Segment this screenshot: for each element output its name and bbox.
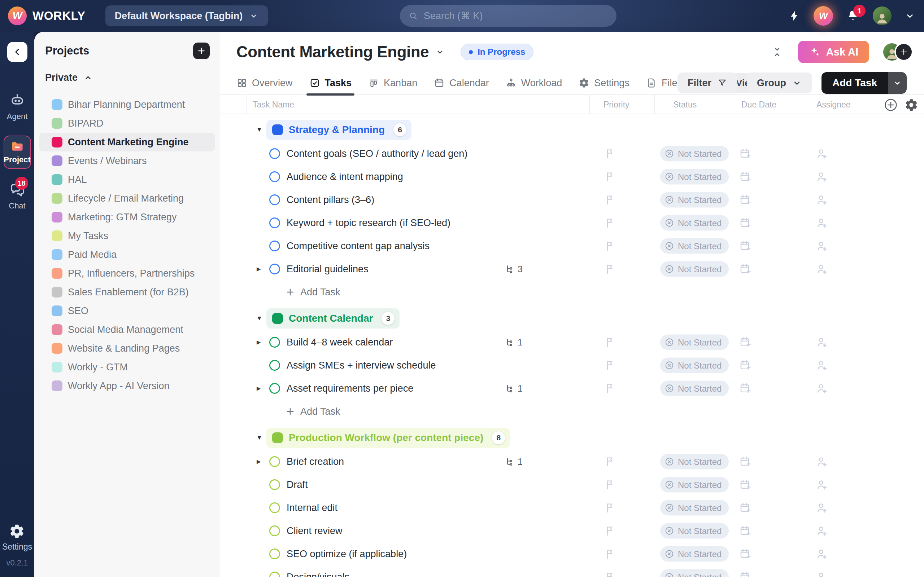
status-pill[interactable]: Not Started — [660, 454, 729, 469]
sidebar-item-project[interactable]: Lifecycle / Email Marketing — [39, 189, 215, 208]
assign-user-icon[interactable] — [816, 501, 828, 514]
priority-flag-icon[interactable] — [604, 217, 616, 229]
assign-user-icon[interactable] — [816, 217, 828, 229]
assign-user-icon[interactable] — [816, 193, 828, 206]
add-project-button[interactable] — [193, 43, 210, 59]
priority-flag-icon[interactable] — [604, 548, 616, 560]
priority-flag-icon[interactable] — [604, 502, 616, 514]
notifications-button[interactable]: 1 — [846, 9, 860, 23]
status-pill[interactable]: Not Started — [660, 146, 729, 161]
user-avatar[interactable] — [873, 6, 892, 25]
workly-assistant-button[interactable]: W — [814, 6, 833, 26]
rail-item-chat[interactable]: 18 Chat — [9, 181, 26, 211]
priority-flag-icon[interactable] — [604, 148, 616, 160]
sidebar-item-project[interactable]: Events / Webinars — [39, 152, 215, 170]
set-due-date-icon[interactable] — [739, 359, 751, 371]
sidebar-item-project[interactable]: Marketing: GTM Strategy — [39, 208, 215, 226]
add-task-button[interactable]: Add Task — [822, 72, 888, 94]
status-pill[interactable]: Not Started — [660, 523, 729, 539]
status-pill[interactable]: Not Started — [660, 358, 729, 373]
assign-user-icon[interactable] — [816, 336, 828, 348]
set-due-date-icon[interactable] — [739, 456, 751, 468]
priority-flag-icon[interactable] — [604, 194, 616, 206]
task-status-circle[interactable] — [269, 479, 280, 490]
tab-tasks[interactable]: Tasks — [309, 71, 352, 95]
tab-settings[interactable]: Settings — [578, 71, 630, 95]
status-pill[interactable]: Not Started — [660, 215, 729, 231]
task-status-circle[interactable] — [269, 525, 280, 536]
set-due-date-icon[interactable] — [739, 240, 751, 252]
task-status-circle[interactable] — [269, 240, 280, 251]
assign-user-icon[interactable] — [816, 571, 828, 577]
group-header[interactable]: Production Workflow (per content piece) … — [267, 428, 510, 448]
collapse-header-icon[interactable] — [771, 46, 783, 58]
group-collapse-icon[interactable]: ▼ — [256, 434, 262, 442]
status-pill[interactable]: Not Started — [660, 569, 729, 577]
set-due-date-icon[interactable] — [739, 525, 751, 537]
sidebar-item-project-selected[interactable]: Content Marketing Engine — [39, 133, 215, 152]
rail-item-project[interactable]: Project — [3, 135, 31, 169]
status-pill[interactable]: Not Started — [660, 239, 729, 254]
priority-flag-icon[interactable] — [604, 383, 616, 394]
search-input[interactable] — [424, 10, 608, 22]
task-row[interactable]: Design/visuals Not Started — [220, 566, 924, 577]
task-status-circle[interactable] — [269, 502, 280, 513]
expand-subtasks-icon[interactable]: ▶ — [257, 458, 261, 465]
global-search[interactable] — [400, 5, 617, 27]
app-logo[interactable]: W WORKLY — [8, 6, 86, 25]
task-status-circle[interactable] — [269, 148, 280, 159]
priority-flag-icon[interactable] — [604, 337, 616, 348]
add-column-icon[interactable] — [884, 98, 898, 112]
rail-item-agent[interactable]: Agent — [7, 92, 28, 121]
rail-item-settings[interactable]: Settings — [2, 523, 32, 552]
subtask-count[interactable]: 1 — [505, 384, 523, 394]
set-due-date-icon[interactable] — [739, 479, 751, 491]
task-row[interactable]: Content pillars (3–6) Not Started — [220, 188, 924, 211]
set-due-date-icon[interactable] — [739, 571, 751, 577]
add-member-button[interactable] — [894, 43, 913, 61]
task-status-circle[interactable] — [269, 572, 280, 577]
column-status[interactable]: Status — [673, 95, 696, 114]
tab-kanban[interactable]: Kanban — [368, 71, 417, 95]
ask-ai-button[interactable]: Ask AI — [798, 41, 869, 63]
sidebar-item-project[interactable]: Workly App - AI Version — [39, 377, 215, 395]
task-status-circle[interactable] — [269, 337, 280, 348]
title-chevron-icon[interactable] — [435, 47, 445, 56]
sidebar-item-project[interactable]: Paid Media — [39, 245, 215, 264]
group-header[interactable]: Content Calendar 3 — [267, 308, 399, 329]
task-status-circle[interactable] — [269, 264, 280, 274]
add-task-split-button[interactable]: Add Task — [822, 72, 907, 94]
priority-flag-icon[interactable] — [604, 263, 616, 275]
assign-user-icon[interactable] — [816, 359, 828, 371]
status-pill[interactable]: Not Started — [660, 335, 729, 350]
add-task-dropdown[interactable] — [888, 72, 907, 94]
tab-calendar[interactable]: Calendar — [434, 71, 489, 95]
sidebar-item-project[interactable]: PR, Influencers, Partnerships — [39, 264, 215, 283]
set-due-date-icon[interactable] — [739, 263, 751, 275]
task-status-circle[interactable] — [269, 171, 280, 182]
sidebar-item-project[interactable]: Website & Landing Pages — [39, 339, 215, 358]
task-row[interactable]: Draft Not Started — [220, 473, 924, 496]
lightning-icon[interactable] — [788, 10, 801, 22]
workspace-selector[interactable]: Default Workspace (Tagbin) — [105, 5, 268, 26]
expand-subtasks-icon[interactable]: ▶ — [257, 339, 261, 345]
status-pill[interactable]: Not Started — [660, 477, 729, 493]
subtask-count[interactable]: 1 — [505, 456, 523, 467]
task-row[interactable]: ▶ Asset requirements per piece 1 Not Sta… — [220, 377, 924, 400]
set-due-date-icon[interactable] — [739, 336, 751, 348]
task-row[interactable]: Keyword + topic research (if SEO-led) No… — [220, 211, 924, 234]
task-status-circle[interactable] — [269, 194, 280, 205]
set-due-date-icon[interactable] — [739, 382, 751, 395]
set-due-date-icon[interactable] — [739, 148, 751, 160]
status-pill[interactable]: Not Started — [660, 169, 729, 185]
sidebar-item-project[interactable]: BIPARD — [39, 114, 215, 133]
status-pill[interactable]: Not Started — [660, 546, 729, 562]
subtask-count[interactable]: 3 — [505, 264, 523, 274]
task-row[interactable]: ▶ Build 4–8 week calendar 1 Not Started — [220, 331, 924, 354]
add-task-row[interactable]: Add Task — [220, 280, 924, 304]
group-collapse-icon[interactable]: ▼ — [256, 315, 262, 322]
set-due-date-icon[interactable] — [739, 217, 751, 229]
account-chevron-icon[interactable] — [905, 10, 915, 21]
task-row[interactable]: ▶ Editorial guidelines 3 Not Started — [220, 258, 924, 280]
group-header[interactable]: Strategy & Planning 6 — [267, 120, 412, 140]
